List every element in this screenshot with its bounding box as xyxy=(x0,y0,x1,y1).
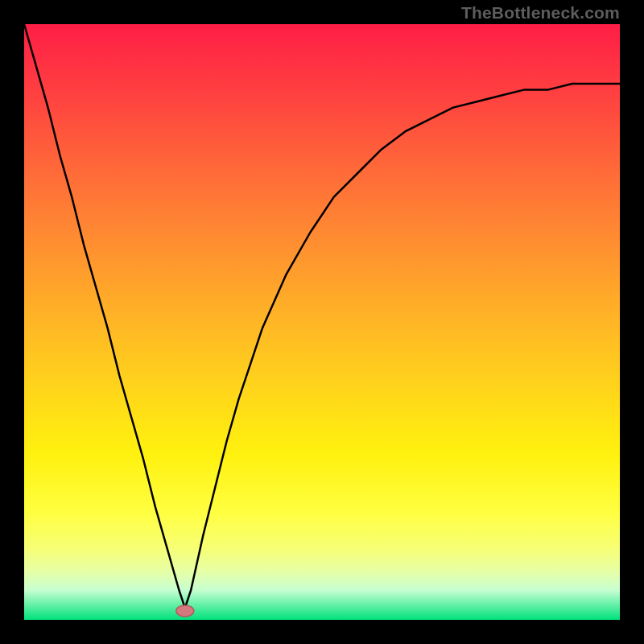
chart-frame: TheBottleneck.com xyxy=(0,0,644,644)
attribution-label: TheBottleneck.com xyxy=(461,3,620,23)
chart-svg xyxy=(24,24,620,620)
gradient-background xyxy=(24,24,620,620)
plot-area xyxy=(24,24,620,620)
minimum-marker xyxy=(176,605,194,617)
